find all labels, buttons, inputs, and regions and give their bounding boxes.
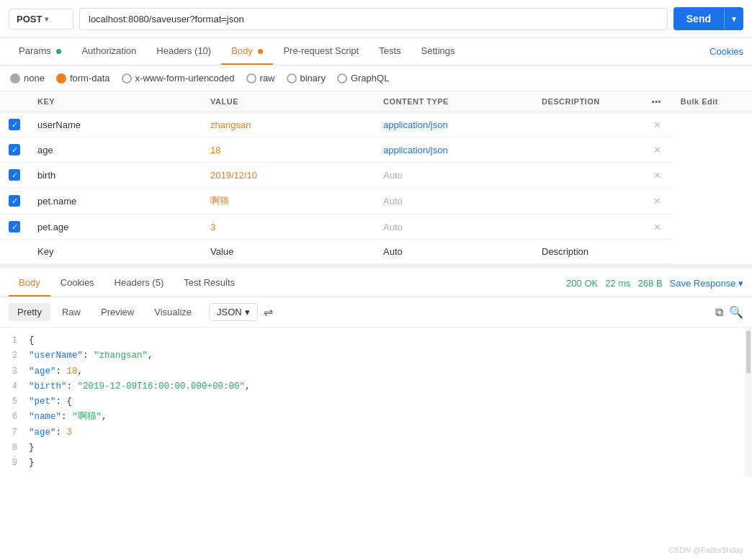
copy-icon[interactable]: ⧉ [715, 306, 723, 319]
radio-urlencoded[interactable]: x-www-form-urlencoded [122, 73, 235, 83]
row-check-cell[interactable]: ✓ [0, 112, 29, 137]
format-select[interactable]: JSON ▾ [209, 303, 258, 321]
format-chevron-icon: ▾ [245, 307, 250, 317]
row-delete-icon[interactable]: ✕ [643, 137, 672, 163]
checkbox[interactable]: ✓ [9, 221, 20, 232]
col-header-bulk-edit[interactable]: Bulk Edit [672, 91, 752, 112]
tab-params[interactable]: Params [9, 38, 71, 65]
radio-raw[interactable]: raw [246, 73, 275, 83]
method-dropdown[interactable]: POST ▾ [9, 9, 73, 30]
tab-pre-request[interactable]: Pre-request Script [273, 38, 369, 65]
checkbox[interactable]: ✓ [9, 195, 20, 207]
tab-settings[interactable]: Settings [411, 38, 465, 65]
row-description[interactable] [533, 137, 643, 163]
row-key[interactable]: userName [29, 112, 202, 137]
table-row: ✓ pet.name 啊猫 Auto ✕ [0, 188, 752, 214]
radio-raw-circle [246, 73, 256, 83]
resp-tab-cookies[interactable]: Cookies [50, 270, 104, 297]
col-header-description: DESCRIPTION [533, 91, 643, 112]
save-response-btn[interactable]: Save Response ▾ [670, 278, 743, 289]
row-description[interactable] [533, 188, 643, 214]
row-value[interactable]: 3 [202, 214, 375, 240]
response-sub-toolbar: Pretty Raw Preview Visualize JSON ▾ ⇌ ⧉ … [0, 297, 752, 328]
placeholder-key[interactable]: Key [29, 240, 202, 264]
row-check-cell[interactable]: ✓ [0, 214, 29, 240]
line-number: 5 [0, 394, 29, 410]
send-button[interactable]: Send ▾ [673, 7, 743, 30]
line-content: "name": "啊猫", [29, 410, 752, 425]
radio-graphql[interactable]: GraphQL [337, 73, 389, 83]
resp-tab-headers[interactable]: Headers (5) [104, 270, 174, 297]
row-content-type[interactable]: Auto [375, 214, 533, 240]
row-delete-icon[interactable]: ✕ [643, 188, 672, 214]
resp-subtab-visualize[interactable]: Visualize [146, 303, 200, 321]
vertical-scrollbar[interactable] [745, 328, 752, 477]
send-dropdown-icon[interactable]: ▾ [724, 9, 743, 30]
row-description[interactable] [533, 163, 643, 188]
row-value[interactable]: zhangsan [202, 112, 375, 137]
row-value[interactable]: 2019/12/10 [202, 163, 375, 188]
row-content-type[interactable]: Auto [375, 188, 533, 214]
cookies-link[interactable]: Cookies [710, 46, 743, 57]
tab-authorization[interactable]: Authorization [71, 38, 146, 65]
resp-subtab-raw[interactable]: Raw [53, 303, 89, 321]
placeholder-value[interactable]: Value [202, 240, 375, 264]
line-content: "age": 3 [29, 425, 752, 441]
row-value[interactable]: 18 [202, 137, 375, 163]
resp-subtab-pretty[interactable]: Pretty [9, 303, 50, 321]
row-delete-icon[interactable]: ✕ [643, 214, 672, 240]
line-number: 9 [0, 456, 29, 471]
scrollbar-thumb [746, 330, 751, 374]
line-number: 4 [0, 379, 29, 394]
resp-tab-test-results[interactable]: Test Results [174, 270, 245, 297]
tab-body[interactable]: Body [221, 38, 273, 65]
status-time: 22 ms [605, 278, 630, 289]
row-key[interactable]: pet.name [29, 188, 202, 214]
row-value[interactable]: 啊猫 [202, 188, 375, 214]
line-number: 3 [0, 364, 29, 379]
row-delete-icon[interactable]: ✕ [643, 163, 672, 188]
radio-graphql-circle [337, 73, 347, 83]
radio-none[interactable]: none [10, 73, 45, 83]
wrap-icon[interactable]: ⇌ [264, 305, 273, 319]
row-check-cell[interactable]: ✓ [0, 137, 29, 163]
radio-urlencoded-circle [122, 73, 132, 83]
line-content: "age": 18, [29, 364, 752, 379]
radio-form-data-circle [56, 73, 66, 83]
format-value: JSON [217, 307, 242, 317]
row-key[interactable]: age [29, 137, 202, 163]
col-header-content-type: CONTENT TYPE [375, 91, 533, 112]
code-line: 2 "userName": "zhangsan", [0, 348, 752, 363]
placeholder-content-type: Auto [375, 240, 533, 264]
method-chevron-icon: ▾ [45, 15, 48, 23]
form-data-table-container: KEY VALUE CONTENT TYPE DESCRIPTION ••• B… [0, 91, 752, 264]
row-check-cell[interactable]: ✓ [0, 188, 29, 214]
checkbox[interactable]: ✓ [9, 169, 20, 181]
search-icon[interactable]: 🔍 [729, 305, 743, 319]
row-key[interactable]: birth [29, 163, 202, 188]
col-header-more[interactable]: ••• [643, 91, 672, 112]
radio-form-data[interactable]: form-data [56, 73, 110, 83]
row-key[interactable]: pet.age [29, 214, 202, 240]
row-content-type[interactable]: Auto [375, 163, 533, 188]
placeholder-description[interactable]: Description [533, 240, 643, 264]
url-bar: POST ▾ Send ▾ [0, 0, 752, 38]
url-input[interactable] [79, 8, 668, 30]
resp-tab-body[interactable]: Body [9, 270, 50, 297]
checkbox[interactable]: ✓ [9, 119, 20, 130]
row-delete-icon[interactable]: ✕ [643, 112, 672, 137]
tab-headers[interactable]: Headers (10) [146, 38, 221, 65]
response-body-area: 1{2 "userName": "zhangsan",3 "age": 18,4… [0, 328, 752, 477]
code-line: 8 } [0, 441, 752, 456]
radio-binary[interactable]: binary [287, 73, 326, 83]
line-content: "userName": "zhangsan", [29, 348, 752, 363]
row-description[interactable] [533, 214, 643, 240]
row-check-cell[interactable]: ✓ [0, 163, 29, 188]
params-dot [56, 49, 61, 54]
checkbox[interactable]: ✓ [9, 144, 20, 155]
tab-tests[interactable]: Tests [369, 38, 411, 65]
row-content-type[interactable]: application/json [375, 137, 533, 163]
row-description[interactable] [533, 112, 643, 137]
row-content-type[interactable]: application/json [375, 112, 533, 137]
resp-subtab-preview[interactable]: Preview [92, 303, 143, 321]
